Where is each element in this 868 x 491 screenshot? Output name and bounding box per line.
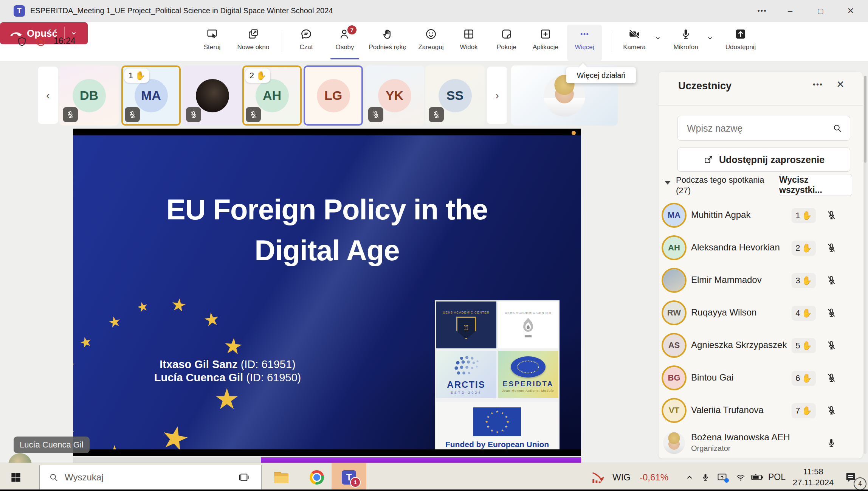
- teams-taskbar-button[interactable]: T 1: [332, 463, 366, 491]
- hand-order: 4: [795, 308, 800, 318]
- participant-row[interactable]: AH Aleksandra Hevorkian 2✋: [659, 232, 863, 264]
- widok-button[interactable]: Widok: [449, 25, 488, 61]
- esperidta-logo: ESPERIDTA Jean Monnet Actions: Module: [498, 351, 558, 398]
- participant-name: Bintou Gai: [691, 372, 733, 383]
- ticker-symbol[interactable]: WIG: [612, 472, 631, 483]
- scrollbar-thumb[interactable]: [864, 76, 866, 163]
- participant-row-organizer[interactable]: Bożena Iwanowska AEH Organizator: [659, 427, 863, 459]
- titlebar-more-button[interactable]: •••: [752, 0, 773, 22]
- author1-name: Itxaso Gil Sanz: [160, 358, 237, 370]
- eu-star: ★: [104, 442, 125, 449]
- file-explorer-button[interactable]: [271, 463, 292, 491]
- mic-off-icon[interactable]: [826, 242, 837, 253]
- mic-off-icon[interactable]: [826, 405, 837, 416]
- panel-scrollbar[interactable]: [864, 76, 866, 454]
- panel-close-button[interactable]: ✕: [836, 79, 845, 90]
- mikrofon-chevron-down-icon[interactable]: [705, 34, 715, 43]
- dotted-globe-icon: [450, 354, 482, 378]
- task-view-button[interactable]: [233, 463, 254, 491]
- kamera-button[interactable]: Kamera: [616, 25, 653, 61]
- participant-tile-ma[interactable]: MA 1✋: [121, 65, 181, 126]
- mic-off-icon[interactable]: [826, 210, 837, 221]
- tray-expand-chevron[interactable]: [681, 463, 698, 491]
- hand-icon: ✋: [801, 211, 812, 221]
- mic-off-icon: [246, 107, 261, 122]
- participant-tile-ss[interactable]: SS: [425, 65, 485, 126]
- panel-divider: [659, 105, 863, 106]
- esperidta-text: ESPERIDTA: [503, 380, 553, 388]
- participant-row[interactable]: RW Ruqayya Wilson 4✋: [659, 297, 863, 329]
- participant-row[interactable]: MA Muhittin Agpak 1✋: [659, 200, 863, 232]
- chrome-button[interactable]: [306, 463, 327, 491]
- avatar: AS: [663, 334, 685, 356]
- participant-tile-video[interactable]: [183, 65, 242, 126]
- mic-off-icon[interactable]: [826, 307, 837, 319]
- panel-more-button[interactable]: •••: [813, 80, 823, 89]
- slide-logos-panel: UEHS ACADEMIC CENTER ♖ UEHS ACADEMIC CEN…: [435, 300, 560, 449]
- mic-off-icon[interactable]: [826, 372, 837, 384]
- participant-role: Organizator: [691, 444, 731, 453]
- section-collapse-caret[interactable]: [665, 181, 671, 185]
- presenter-name-label: Lucía Cuenca Gil: [14, 437, 90, 453]
- kamera-chevron-down-icon[interactable]: [653, 34, 662, 43]
- hand-icon: ✋: [801, 341, 812, 351]
- participant-search-field[interactable]: [677, 116, 850, 141]
- taskbar-search-field[interactable]: [39, 465, 262, 490]
- participant-tile-db[interactable]: DB: [59, 65, 119, 126]
- steruj-button[interactable]: Steruj: [192, 25, 232, 61]
- participant-row[interactable]: BG Bintou Gai 6✋: [659, 362, 863, 394]
- author2-name: Lucía Cuenca Gil: [154, 371, 243, 384]
- nowe-okno-button[interactable]: Nowe okno: [231, 25, 275, 61]
- podnies-reke-button[interactable]: Podnieś rękę: [364, 25, 411, 61]
- tray-cast-icon[interactable]: [714, 463, 730, 491]
- minimize-button[interactable]: –: [780, 0, 801, 22]
- hand-order: 1: [795, 211, 800, 221]
- hand-order: 6: [795, 373, 800, 383]
- mic-off-icon[interactable]: [826, 275, 837, 286]
- avatar: YK: [378, 79, 411, 112]
- participant-tile-yk[interactable]: YK: [365, 65, 424, 126]
- stock-ticker-icon[interactable]: [588, 463, 608, 491]
- tray-battery-icon[interactable]: [749, 463, 766, 491]
- mute-all-button[interactable]: Wycisz wszystki...: [779, 174, 852, 196]
- hand-icon: ✋: [135, 71, 145, 81]
- funded-by-eu: ★★★★ ★★★★ ★★★★ Funded by European Union: [436, 402, 558, 449]
- pokoje-button[interactable]: Pokoje: [487, 25, 526, 61]
- share-invite-button[interactable]: Udostępnij zaproszenie: [677, 148, 850, 172]
- participant-camera-video: [196, 79, 229, 112]
- participant-row[interactable]: AS Agnieszka Skrzypaszek 5✋: [659, 330, 863, 362]
- strip-scroll-right-button[interactable]: ›: [487, 67, 507, 124]
- participant-name: Ruqayya Wilson: [691, 307, 756, 318]
- shield-icon: [17, 36, 27, 47]
- language-indicator[interactable]: POL: [768, 472, 786, 482]
- aplikacje-button[interactable]: Aplikacje: [525, 25, 566, 61]
- tray-microphone-icon[interactable]: [698, 463, 713, 491]
- section-count: (27): [676, 185, 778, 196]
- ticker-change[interactable]: -0,61%: [640, 472, 668, 483]
- participant-name: Elmir Mammadov: [691, 275, 762, 285]
- clock[interactable]: 11:58 27.11.2024: [789, 466, 837, 488]
- task-view-icon: [238, 472, 249, 483]
- udostepnij-button[interactable]: Udostępnij: [720, 25, 761, 61]
- participant-tile-ah[interactable]: AH 2✋: [242, 65, 302, 126]
- mic-on-icon[interactable]: [826, 437, 837, 449]
- hand-order: 1: [129, 71, 133, 81]
- close-button[interactable]: ✕: [840, 0, 861, 22]
- participant-row[interactable]: VT Valeriia Trufanova 7✋: [659, 395, 863, 427]
- osoby-button[interactable]: 7 Osoby: [325, 25, 364, 61]
- mikrofon-button[interactable]: Mikrofon: [667, 25, 705, 61]
- maximize-button[interactable]: ▢: [810, 0, 831, 22]
- taskbar-search-input[interactable]: [64, 472, 261, 483]
- tray-wifi-icon[interactable]: [733, 463, 749, 491]
- czat-button[interactable]: Czat: [287, 25, 326, 61]
- wiecej-button[interactable]: Więcej: [567, 25, 602, 61]
- hand-icon: ✋: [256, 71, 266, 81]
- participant-row[interactable]: Elmir Mammadov 3✋: [659, 265, 863, 297]
- participant-search-input[interactable]: [686, 123, 832, 134]
- participant-tile-lg-speaking[interactable]: LG: [304, 65, 363, 126]
- kamera-label: Kamera: [623, 44, 646, 51]
- mic-off-icon[interactable]: [826, 340, 837, 351]
- zareaguj-button[interactable]: Zareaguj: [411, 25, 451, 61]
- strip-scroll-left-button[interactable]: ‹: [38, 67, 58, 124]
- start-button[interactable]: [5, 463, 26, 491]
